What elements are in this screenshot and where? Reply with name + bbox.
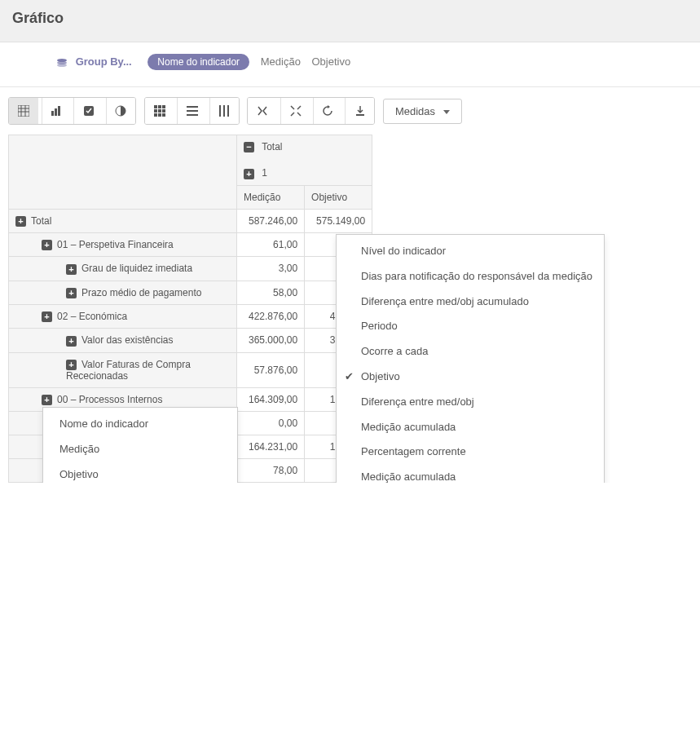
checkbox-button[interactable] [73, 98, 103, 124]
expand-icon [42, 311, 52, 322]
collapse-icon [244, 142, 254, 152]
row-label-text: Valor Faturas de Compra Rececionadas [66, 359, 191, 382]
measure-col-header: Objetivo [305, 185, 372, 209]
cell-medicao: 58,00 [237, 281, 305, 304]
refresh-button[interactable] [313, 98, 342, 124]
row-label-text: 00 – Processos Internos [57, 394, 162, 405]
expand-icon [15, 216, 26, 227]
cell-medicao: 0,00 [237, 412, 305, 435]
columns-icon-button[interactable] [209, 98, 239, 124]
list-icon-button[interactable] [177, 98, 206, 124]
pivot-row-header[interactable]: Grau de liquidez imediata [9, 257, 237, 281]
expand-icon [66, 264, 77, 275]
svg-rect-18 [162, 109, 165, 113]
measures-menu-item[interactable]: Medição acumulada [337, 465, 604, 483]
svg-rect-22 [187, 106, 198, 108]
group-by-label: Group By... [76, 55, 132, 68]
context-menu-item[interactable]: Medição [43, 437, 237, 462]
measures-menu-item[interactable]: Nível do indicador [337, 239, 604, 264]
svg-rect-26 [223, 105, 225, 117]
toolbar: Medidas [0, 87, 700, 135]
expand-icon [66, 360, 77, 370]
svg-rect-16 [154, 109, 157, 113]
cell-medicao: 61,00 [237, 232, 305, 256]
row-label-text: 01 – Perspetiva Financeira [57, 239, 174, 250]
caret-down-icon [443, 110, 450, 114]
expand-group [247, 97, 375, 125]
cell-medicao: 3,00 [237, 257, 305, 281]
svg-rect-9 [55, 108, 57, 116]
expand-icon [66, 336, 77, 347]
pivot-view-button[interactable] [9, 98, 38, 124]
cell-medicao: 365.000,00 [237, 329, 305, 352]
expand-icon [244, 169, 254, 179]
svg-rect-13 [154, 105, 157, 108]
svg-rect-19 [154, 113, 157, 117]
pivot-container: Total 1 Medição Objetivo Total587.246,00… [0, 135, 700, 483]
row-label-text: Total [31, 215, 51, 227]
svg-rect-25 [219, 105, 221, 117]
cell-medicao: 422.876,00 [237, 304, 305, 328]
download-button[interactable] [345, 98, 374, 124]
svg-rect-23 [187, 110, 198, 112]
corner-cell [9, 135, 237, 210]
expand-icon [42, 240, 52, 250]
svg-rect-21 [162, 113, 165, 117]
row-label-text: Grau de liquidez imediata [81, 263, 192, 274]
pivot-row-header[interactable]: Prazo médio de pagamento [9, 281, 237, 304]
measures-menu-item[interactable]: Periodo [337, 314, 604, 339]
row-label-text: Prazo médio de pagamento [81, 287, 201, 298]
pivot-row-header[interactable]: Valor Faturas de Compra Rececionadas [9, 352, 237, 387]
groupby-option[interactable]: Medição [261, 55, 301, 68]
bar-chart-button[interactable] [42, 98, 71, 124]
row-label-text: 02 – Económica [57, 311, 127, 322]
pivot-row-header[interactable]: 02 – Económica [9, 304, 237, 328]
pivot-row-header[interactable]: 01 – Perspetiva Financeira [9, 232, 237, 256]
pivot-row-header[interactable]: Total [9, 209, 237, 232]
context-menu-item[interactable]: Nome do indicador [43, 412, 237, 437]
expand-all-button[interactable] [280, 98, 310, 124]
measures-menu-item[interactable]: Objetivo [337, 364, 604, 390]
svg-rect-15 [162, 105, 165, 108]
groupby-option[interactable]: Objetivo [311, 55, 350, 68]
medidas-button[interactable]: Medidas [383, 99, 462, 124]
layers-icon [56, 55, 71, 68]
svg-rect-17 [158, 109, 161, 113]
measures-menu-item[interactable]: Diferença entre med/obj acumulado [337, 289, 604, 315]
expand-icon [66, 288, 77, 298]
svg-rect-8 [51, 111, 54, 116]
view-mode-group [8, 97, 136, 125]
expand-icon [42, 395, 52, 405]
groupby-context-menu: Nome do indicadorMediçãoObjetivoCreated … [42, 407, 238, 483]
measure-col-header: Medição [237, 185, 305, 209]
row-label-text: Valor das existências [81, 334, 174, 346]
measures-menu-item[interactable]: Ocorre a cada [337, 339, 604, 364]
cell-medicao: 78,00 [237, 459, 305, 483]
group-by-bar: Group By... Nome do indicador Medição Ob… [0, 42, 700, 87]
expand-horizontal-button[interactable] [248, 98, 277, 124]
svg-rect-28 [356, 114, 364, 116]
page-title: Gráfico [12, 10, 688, 27]
svg-rect-27 [227, 105, 229, 117]
svg-rect-3 [18, 105, 29, 117]
cell-medicao: 57.876,00 [237, 352, 305, 387]
col-total-header[interactable]: Total 1 [237, 135, 372, 186]
layout-group [144, 97, 240, 125]
measures-menu-item[interactable]: Diferença entre med/obj [337, 390, 604, 415]
svg-rect-10 [58, 106, 60, 116]
group-by-button[interactable]: Group By... [56, 55, 134, 68]
cell-medicao: 587.246,00 [237, 209, 305, 232]
groupby-active-pill[interactable]: Nome do indicador [147, 54, 249, 70]
measures-menu-item[interactable]: Dias para notificação do responsável da … [337, 264, 604, 289]
cell-medicao: 164.309,00 [237, 387, 305, 411]
context-menu-item[interactable]: Objetivo [43, 462, 237, 484]
grid-icon-button[interactable] [145, 98, 174, 124]
contrast-button[interactable] [106, 98, 135, 124]
svg-rect-14 [158, 105, 161, 108]
measures-menu-item[interactable]: Percentagem corrente [337, 440, 604, 465]
cell-medicao: 164.231,00 [237, 435, 305, 459]
cell-objetivo: 575.149,00 [305, 209, 372, 232]
svg-rect-24 [187, 114, 198, 116]
pivot-row-header[interactable]: Valor das existências [9, 329, 237, 352]
measures-menu-item[interactable]: Medição acumulada [337, 415, 604, 440]
